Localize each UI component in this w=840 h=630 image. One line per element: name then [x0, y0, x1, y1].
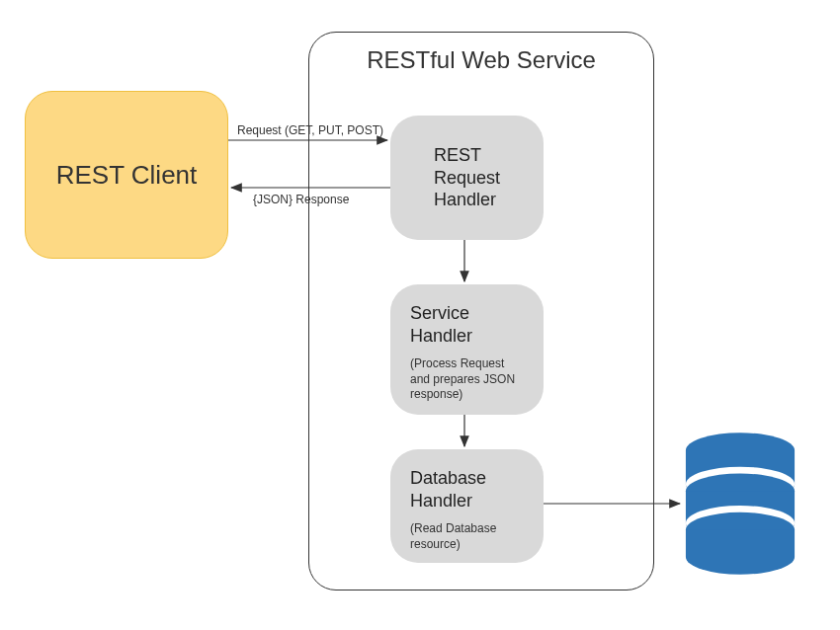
rest-request-handler-node: REST Request Handler [390, 116, 544, 240]
service-handler-title: Service Handler [410, 302, 524, 347]
database-handler-title: Database Handler [410, 467, 524, 512]
edge-label-response: {JSON} Response [253, 193, 349, 206]
rest-request-handler-title: REST Request Handler [434, 144, 500, 211]
database-handler-subtitle: (Read Database resource) [410, 521, 524, 552]
service-container-title: RESTful Web Service [367, 46, 596, 74]
database-handler-node: Database Handler (Read Database resource… [390, 449, 544, 563]
rest-client-node: REST Client [25, 91, 228, 259]
service-handler-node: Service Handler (Process Request and pre… [390, 284, 544, 415]
service-handler-subtitle: (Process Request and prepares JSON respo… [410, 356, 524, 403]
edge-label-request: Request (GET, PUT, POST) [237, 123, 383, 137]
rest-client-label: REST Client [56, 160, 198, 191]
database-icon [682, 430, 798, 578]
